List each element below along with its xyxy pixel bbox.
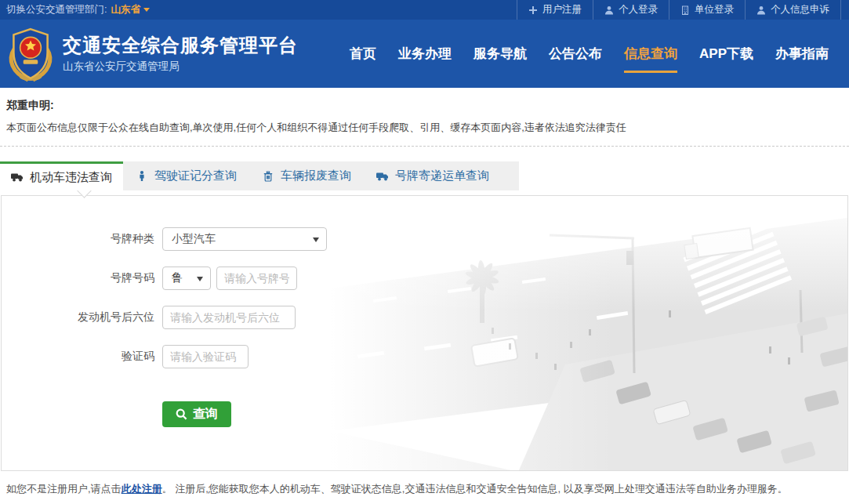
- register-label: 用户注册: [542, 3, 582, 16]
- nav-announcements[interactable]: 公告公布: [538, 20, 613, 88]
- plate-number-label: 号牌号码: [2, 271, 154, 285]
- plus-icon: [528, 5, 538, 15]
- chevron-down-icon: [143, 8, 150, 12]
- register-hint: 如您不是注册用户,请点击此处注册。 注册后,您能获取您本人的机动车、驾驶证状态信…: [0, 482, 849, 496]
- hint-pre: 如您不是注册用户,请点击: [6, 483, 122, 495]
- plate-type-select[interactable]: 小型汽车: [162, 227, 327, 251]
- query-button[interactable]: 查询: [162, 401, 231, 427]
- site-title: 交通安全综合服务管理平台: [63, 36, 298, 55]
- chevron-down-icon: [197, 277, 203, 281]
- violation-query-form: 号牌种类 小型汽车 号牌号码 鲁 发动机号后六位: [2, 196, 847, 427]
- register-link[interactable]: 用户注册: [517, 0, 593, 20]
- person-icon: [604, 5, 614, 15]
- site-header: 交通安全综合服务管理平台 山东省公安厅交通管理局 首页 业务办理 服务导航 公告…: [0, 20, 849, 88]
- region-value: 山东省: [111, 3, 140, 16]
- person-icon: [136, 171, 148, 182]
- unit-login-label: 单位登录: [695, 3, 734, 16]
- query-button-label: 查询: [193, 406, 218, 422]
- engine-number-row: 发动机号后六位: [2, 306, 847, 329]
- personal-appeal-label: 个人信息申诉: [771, 3, 829, 16]
- captcha-row: 验证码: [2, 345, 847, 368]
- solemn-statement: 郑重申明: 本页面公布信息仅限于公众在线自助查询,单次使用,任何个人和组织不得通…: [0, 88, 849, 147]
- nav-info-query[interactable]: 信息查询: [613, 20, 688, 88]
- tab-label: 机动车违法查询: [30, 170, 112, 185]
- trash-icon: [262, 171, 274, 182]
- top-utility-bar: 切换公安交通管理部门: 山东省 用户注册 个人登录 单位登录 个人信息申诉: [0, 0, 849, 20]
- statement-title: 郑重申明:: [6, 99, 843, 113]
- hint-post: 。 注册后,您能获取您本人的机动车、驾驶证状态信息,交通违法信息和交通安全告知信…: [162, 483, 788, 495]
- register-here-link[interactable]: 此处注册: [122, 483, 162, 495]
- plate-type-row: 号牌种类 小型汽车: [2, 227, 847, 251]
- query-tabs: 机动车违法查询 驾驶证记分查询 车辆报废查询 号牌寄递运单查询: [0, 161, 849, 190]
- tab-label: 号牌寄递运单查询: [395, 169, 489, 183]
- captcha-label: 验证码: [2, 350, 154, 364]
- search-icon: [176, 408, 187, 420]
- unit-login-link[interactable]: 单位登录: [669, 0, 745, 20]
- nav-service-guide[interactable]: 服务导航: [463, 20, 538, 88]
- tab-plate-delivery-query[interactable]: 号牌寄递运单查询: [364, 161, 502, 190]
- police-badge-logo: [6, 26, 55, 82]
- department-switcher[interactable]: 切换公安交通管理部门: 山东省: [6, 0, 150, 20]
- chevron-down-icon: [313, 237, 319, 242]
- nav-business[interactable]: 业务办理: [387, 20, 463, 88]
- engine-number-label: 发动机号后六位: [2, 310, 154, 325]
- main-nav: 首页 业务办理 服务导航 公告公布 信息查询 APP下载 办事指南: [339, 20, 840, 88]
- tab-label: 车辆报废查询: [281, 169, 351, 183]
- building-icon: [680, 5, 690, 15]
- plate-number-row: 号牌号码 鲁: [2, 267, 847, 290]
- personal-login-link[interactable]: 个人登录: [593, 0, 669, 20]
- site-subtitle: 山东省公安厅交通管理局: [63, 61, 298, 72]
- plate-number-input[interactable]: [216, 267, 297, 290]
- query-form-panel: 号牌种类 小型汽车 号牌号码 鲁 发动机号后六位: [1, 195, 848, 471]
- person-icon: [756, 5, 766, 15]
- tab-vehicle-scrap-query[interactable]: 车辆报废查询: [249, 161, 364, 190]
- inactive-tabs: 驾驶证记分查询 车辆报废查询 号牌寄递运单查询: [123, 161, 519, 190]
- tab-license-points-query[interactable]: 驾驶证记分查询: [123, 161, 249, 190]
- truck-icon: [11, 172, 24, 183]
- tab-label: 驾驶证记分查询: [154, 169, 237, 183]
- nav-handling-guide[interactable]: 办事指南: [764, 20, 840, 88]
- nav-app-download[interactable]: APP下载: [688, 20, 764, 88]
- nav-home[interactable]: 首页: [339, 20, 387, 88]
- plate-type-label: 号牌种类: [2, 232, 154, 246]
- engine-number-input[interactable]: [162, 306, 296, 329]
- region-selector[interactable]: 山东省: [111, 3, 150, 16]
- province-select[interactable]: 鲁: [162, 267, 211, 290]
- tab-vehicle-violation-query[interactable]: 机动车违法查询: [0, 161, 123, 190]
- statement-body: 本页面公布信息仅限于公众在线自助查询,单次使用,任何个人和组织不得通过任何手段爬…: [6, 121, 843, 135]
- province-value: 鲁: [172, 271, 183, 285]
- switch-department-label: 切换公安交通管理部门:: [6, 3, 107, 16]
- captcha-input[interactable]: [162, 345, 249, 368]
- account-links: 用户注册 个人登录 单位登录 个人信息申诉: [517, 0, 849, 20]
- personal-login-label: 个人登录: [619, 3, 658, 16]
- plate-type-value: 小型汽车: [172, 232, 216, 246]
- personal-appeal-link[interactable]: 个人信息申诉: [745, 0, 841, 20]
- truck-icon: [376, 171, 389, 182]
